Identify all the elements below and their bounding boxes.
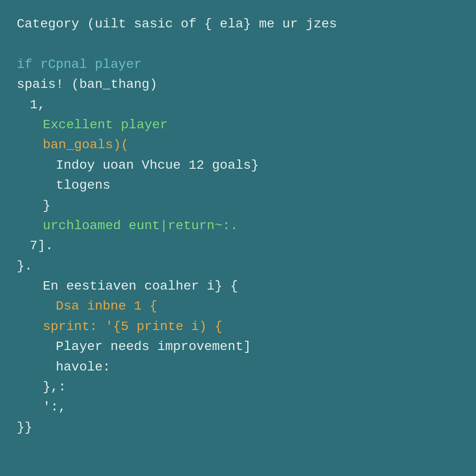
code-line-18: havole: — [17, 357, 459, 377]
code-line-7: ban_goals)( — [17, 135, 459, 155]
code-line-12: 7]. — [17, 236, 459, 256]
code-line-1: Category (uilt sasic of { ela} me ur jze… — [17, 14, 459, 34]
code-line-9: tlogens — [17, 175, 459, 195]
code-line-17: Player needs improvement] — [17, 337, 459, 357]
code-line-8: Indoy uoan Vhcue 12 goals} — [17, 155, 459, 175]
code-line-11: urchloamed eunt|return~:. — [17, 216, 459, 236]
code-line-20: ':, — [17, 397, 459, 417]
code-line-15: Dsa inbne 1 { — [17, 296, 459, 316]
code-line-4: spais! (ban_thang) — [17, 74, 459, 94]
code-line-13: }. — [17, 256, 459, 276]
code-line-19: },: — [17, 377, 459, 397]
code-line-3: if rCpnal player — [17, 54, 459, 74]
code-line-6: Excellent player — [17, 115, 459, 135]
code-line-5: 1, — [17, 95, 459, 115]
code-line-blank — [17, 34, 459, 54]
code-line-10: } — [17, 196, 459, 216]
code-display: Category (uilt sasic of { ela} me ur jze… — [17, 14, 459, 437]
code-line-14: En eestiaven coalher i} { — [17, 276, 459, 296]
code-line-21: }} — [17, 417, 459, 437]
code-line-16: sprint: '{5 printe i) { — [17, 317, 459, 337]
